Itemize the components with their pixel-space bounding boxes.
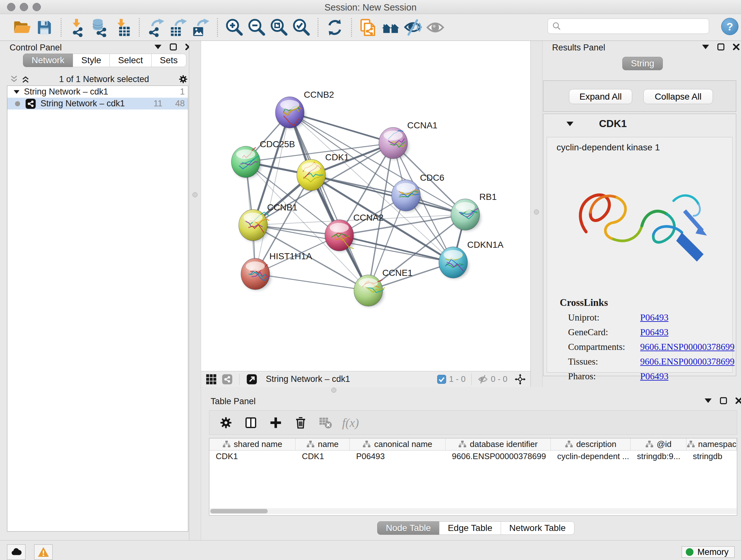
splitter-handle[interactable] [331, 388, 336, 393]
table-horizontal-scrollbar[interactable] [210, 508, 737, 514]
crosslink-link[interactable]: P06493 [640, 327, 735, 337]
network-edge[interactable] [255, 112, 290, 274]
collapse-all-button[interactable]: Collapse All [643, 89, 713, 104]
network-canvas[interactable]: CCNB2CCNA1CDC25BCDK1CDC6RB1CCNB1CCNA2CDK… [201, 41, 530, 371]
panel-menu-icon[interactable] [702, 45, 709, 49]
table-cell[interactable]: stringdb [686, 450, 737, 462]
zoom-out-button[interactable] [246, 16, 268, 39]
column-header-canonical-name[interactable]: canonical name [350, 438, 446, 450]
column-header-shared-name[interactable]: shared name [209, 438, 295, 450]
warnings-button[interactable] [34, 544, 53, 560]
table-cell[interactable]: cyclin-dependent ... [551, 450, 630, 462]
crosslink-link[interactable]: 9606.ENSP00000378699 [640, 356, 735, 367]
zoom-selected-button[interactable] [290, 16, 313, 39]
detach-view-button[interactable] [246, 373, 258, 386]
panel-float-icon[interactable] [170, 44, 177, 51]
right-splitter[interactable] [530, 41, 542, 387]
import-network-database-button[interactable] [89, 16, 111, 39]
column-header-description[interactable]: description [551, 438, 630, 450]
tab-style[interactable]: Style [73, 54, 110, 67]
tab-network[interactable]: Network [23, 54, 73, 67]
network-edge[interactable] [290, 112, 368, 291]
save-session-button[interactable] [33, 16, 56, 39]
section-collapse-icon[interactable] [566, 122, 574, 126]
show-all-button[interactable] [424, 16, 447, 39]
scrollbar-thumb[interactable] [210, 509, 268, 513]
left-splitter[interactable] [189, 41, 201, 540]
delete-column-button[interactable] [292, 415, 309, 431]
column-header--id[interactable]: @id [630, 438, 686, 450]
crosslink-link[interactable]: 9606.ENSP00000378699 [640, 341, 735, 352]
tab-select[interactable]: Select [110, 54, 151, 67]
network-node-CCNB1[interactable]: CCNB1 [239, 202, 297, 241]
tab-node-table[interactable]: Node Table [377, 521, 440, 535]
grid-view-button[interactable] [205, 373, 218, 386]
panel-close-icon[interactable] [735, 397, 741, 404]
network-node-CDC25B[interactable]: CDC25B [231, 139, 295, 178]
memory-status-dot [686, 548, 693, 556]
table-cell[interactable]: stringdb:9... [630, 450, 686, 462]
table-options-button[interactable] [218, 415, 234, 431]
add-column-button[interactable] [267, 415, 284, 431]
network-options-gear-icon[interactable] [178, 74, 188, 84]
selected-checkbox-icon[interactable] [437, 374, 447, 384]
open-session-button[interactable] [11, 16, 33, 39]
table-cell[interactable]: 9606.ENSP00000378699 [446, 450, 551, 462]
import-table-file-button[interactable] [111, 16, 134, 39]
network-collection-row[interactable]: String Network – cdk1 1 [7, 86, 188, 98]
network-node-CCNA1[interactable]: CCNA1 [379, 120, 437, 159]
crosslink-link[interactable]: P06493 [640, 312, 735, 323]
function-builder-button[interactable]: f(x) [342, 416, 359, 430]
crosslink-link[interactable]: P06493 [640, 371, 735, 381]
panel-menu-icon[interactable] [154, 45, 161, 49]
horizontal-splitter[interactable] [201, 387, 741, 393]
clone-network-button[interactable] [357, 16, 380, 39]
export-image-button[interactable] [190, 16, 212, 39]
column-header-namespac[interactable]: namespac [686, 438, 737, 450]
splitter-handle[interactable] [192, 192, 198, 197]
export-network-button[interactable] [145, 16, 167, 39]
home-pages-button[interactable] [380, 16, 402, 39]
column-header-name[interactable]: name [295, 438, 350, 450]
fit-content-button[interactable] [268, 16, 290, 39]
column-header-database-identifier[interactable]: database identifier [446, 438, 551, 450]
tab-sets[interactable]: Sets [151, 54, 186, 67]
show-columns-button[interactable] [243, 415, 259, 431]
hide-selected-button[interactable] [402, 16, 424, 39]
zoom-in-button[interactable] [223, 16, 246, 39]
network-node-CCNE1[interactable]: CCNE1 [354, 268, 413, 307]
tree-expander-icon[interactable] [14, 90, 19, 94]
import-network-file-button[interactable] [67, 16, 89, 39]
network-node-CDKN1A[interactable]: CDKN1A [439, 240, 503, 279]
splitter-handle[interactable] [534, 209, 539, 214]
table-row[interactable]: CDK1CDK1P064939606.ENSP00000378699cyclin… [209, 450, 737, 462]
network-view-mode-button[interactable] [221, 373, 233, 386]
expand-all-button[interactable]: Expand All [569, 89, 632, 104]
network-row[interactable]: String Network – cdk1 11 48 [7, 98, 188, 110]
cloud-status-button[interactable] [7, 544, 25, 560]
network-node-HIST1H1A[interactable]: HIST1H1A [241, 251, 312, 290]
apply-layout-button[interactable] [324, 16, 346, 39]
memory-button[interactable]: Memory [682, 546, 735, 558]
expand-all-icon[interactable] [21, 75, 30, 84]
export-table-button[interactable] [167, 16, 190, 39]
tab-string[interactable]: String [622, 57, 663, 70]
table-cell[interactable]: CDK1 [295, 450, 350, 462]
table-cell[interactable]: CDK1 [209, 450, 295, 462]
table-cell[interactable]: P06493 [350, 450, 446, 462]
search-input[interactable] [561, 21, 705, 31]
tab-network-table[interactable]: Network Table [501, 521, 575, 535]
panel-float-icon[interactable] [718, 44, 724, 51]
network-node-RB1[interactable]: RB1 [451, 192, 496, 231]
panel-menu-icon[interactable] [704, 398, 712, 403]
delete-table-button[interactable] [317, 415, 334, 431]
help-button[interactable]: ? [721, 18, 738, 35]
birds-eye-toggle-button[interactable] [514, 373, 527, 386]
collapse-all-icon[interactable] [10, 75, 18, 84]
panel-float-icon[interactable] [720, 397, 727, 404]
panel-close-icon[interactable] [733, 44, 740, 51]
gene-section-header[interactable]: CDK1 [543, 118, 736, 130]
network-edge[interactable] [255, 274, 368, 291]
network-edge[interactable] [339, 235, 453, 262]
tab-edge-table[interactable]: Edge Table [439, 521, 501, 535]
